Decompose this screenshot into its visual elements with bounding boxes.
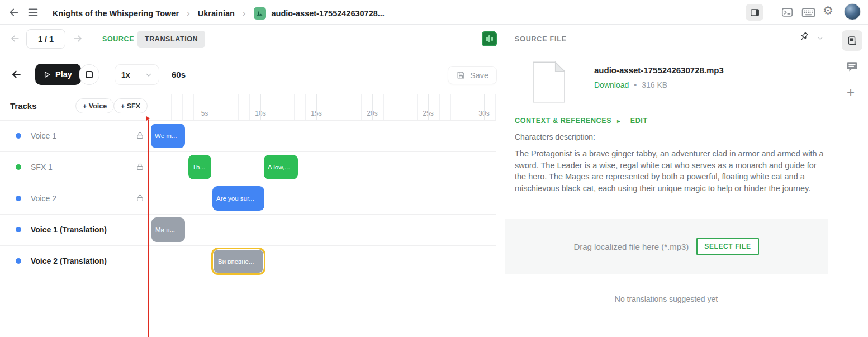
track-label[interactable]: Voice 1 <box>31 131 56 140</box>
divider <box>0 183 496 183</box>
ruler-gridline <box>182 94 183 120</box>
stop-button[interactable] <box>79 64 99 85</box>
ruler-gridline <box>395 94 395 120</box>
divider <box>0 214 496 215</box>
audio-clip-selected[interactable]: Ви впевне... <box>211 248 265 275</box>
page-prev-icon[interactable] <box>9 33 21 44</box>
lock-icon[interactable] <box>136 131 144 140</box>
audio-clip[interactable]: A low,... <box>264 155 298 179</box>
ruler-gridline <box>238 94 239 120</box>
audio-clip[interactable]: Th... <box>188 155 211 179</box>
terminal-icon[interactable] <box>781 6 794 18</box>
save-button[interactable]: Save <box>448 66 497 84</box>
ruler-gridline <box>272 94 272 120</box>
ruler-gridline <box>339 94 339 120</box>
media-panel-tab[interactable] <box>842 30 862 51</box>
meta-separator: • <box>634 80 637 89</box>
back-icon[interactable] <box>7 6 21 19</box>
breadcrumb-asset[interactable]: audio-asset-1755242630728... <box>272 9 385 18</box>
ruler-gridline <box>473 94 473 120</box>
ruler-gridline <box>361 94 362 120</box>
track-label[interactable]: SFX 1 <box>31 163 53 172</box>
divider <box>0 91 496 91</box>
lock-icon[interactable] <box>136 163 144 171</box>
ruler-gridline <box>417 94 418 120</box>
ruler-gridline <box>484 94 485 120</box>
ruler-gridline <box>350 94 350 120</box>
file-document-icon <box>533 61 565 105</box>
ruler-gridline <box>462 94 462 120</box>
comments-icon[interactable] <box>846 60 858 73</box>
ruler-gridline <box>450 94 451 120</box>
add-voice-track-button[interactable]: + Voice <box>75 98 114 113</box>
keyboard-icon[interactable] <box>801 7 815 18</box>
timeline-ruler[interactable]: 5s 10s 15s 20s 25s 30s <box>148 94 496 120</box>
lock-icon[interactable] <box>136 194 144 202</box>
ruler-gridline <box>260 94 261 120</box>
asset-thumbnail-icon <box>254 7 266 20</box>
ruler-gridline <box>305 94 306 120</box>
tab-source[interactable]: SOURCE <box>95 31 141 48</box>
tracks-panel-title: Tracks <box>10 101 37 111</box>
ruler-gridline <box>216 94 216 120</box>
context-arrow-icon: ▸ <box>617 118 620 124</box>
ruler-gridline <box>205 94 205 120</box>
download-link[interactable]: Download <box>594 80 629 89</box>
dropzone-hint: Drag localized file here (*.mp3) <box>573 242 689 251</box>
divider <box>0 277 496 277</box>
context-references-link[interactable]: CONTEXT & REFERENCES <box>515 117 611 125</box>
user-avatar[interactable] <box>844 3 861 20</box>
track-label[interactable]: Voice 2 <box>31 194 56 203</box>
panel-layout-toggle[interactable] <box>746 4 763 21</box>
breadcrumb-language[interactable]: Ukrainian <box>198 9 235 18</box>
breadcrumb-project[interactable]: Knights of the Whispering Tower <box>53 9 179 18</box>
rewind-to-start-icon[interactable] <box>10 68 23 80</box>
add-sfx-track-button[interactable]: + SFX <box>113 98 148 113</box>
audio-clip[interactable]: Are you sur... <box>212 186 264 211</box>
localized-file-dropzone[interactable]: Drag localized file here (*.mp3) SELECT … <box>505 219 828 274</box>
ruler-gridline <box>227 94 227 120</box>
audio-clip[interactable]: We m... <box>151 124 185 148</box>
tab-translation[interactable]: TRANSLATION <box>137 31 205 48</box>
playhead[interactable] <box>148 120 149 337</box>
page-next-icon[interactable] <box>72 33 84 44</box>
ruler-gridline <box>328 94 328 120</box>
file-size: 316 KB <box>642 80 667 89</box>
audio-file-icon <box>847 35 858 46</box>
track-color-dot <box>16 227 21 232</box>
page-indicator[interactable]: 1 / 1 <box>26 29 65 49</box>
description-heading: Characters description: <box>515 132 595 141</box>
ruler-gridline <box>171 94 172 120</box>
divider <box>0 245 496 246</box>
breadcrumb: Knights of the Whispering Tower › Ukrain… <box>53 7 385 20</box>
save-icon <box>456 70 466 80</box>
select-file-button[interactable]: SELECT FILE <box>696 238 758 255</box>
play-button[interactable]: Play <box>35 64 81 85</box>
ruler-gridline <box>249 94 250 120</box>
source-file-panel-title: SOURCE FILE <box>515 35 567 43</box>
ruler-gridline <box>383 94 384 120</box>
settings-gear-icon[interactable]: ⚙ <box>823 5 833 17</box>
track-color-dot <box>16 258 21 264</box>
ruler-gridline <box>439 94 440 120</box>
play-button-label: Play <box>55 70 72 79</box>
track-color-dot <box>16 133 21 139</box>
file-name: audio-asset-1755242630728.mp3 <box>594 65 724 75</box>
timeline-duration: 60s <box>172 70 186 79</box>
hamburger-menu-icon[interactable] <box>26 6 40 18</box>
ruler-gridline <box>406 94 406 120</box>
chevron-down-icon <box>145 71 153 79</box>
playback-speed-select[interactable]: 1x <box>115 64 159 85</box>
add-panel-icon[interactable]: + <box>847 86 855 99</box>
ruler-gridline <box>495 94 496 120</box>
track-label[interactable]: Voice 2 (Translation) <box>31 257 107 265</box>
edit-link[interactable]: EDIT <box>630 117 648 125</box>
track-label[interactable]: Voice 1 (Translation) <box>31 225 107 234</box>
pin-icon[interactable] <box>798 31 809 42</box>
divider <box>0 151 496 152</box>
app-window: Knights of the Whispering Tower › Ukrain… <box>0 0 868 337</box>
audio-badge-icon[interactable] <box>482 31 497 46</box>
description-text: The Protagonist is a brave ginger tabby,… <box>515 148 829 194</box>
audio-clip[interactable]: Ми п... <box>151 217 185 242</box>
collapse-chevron-icon[interactable] <box>817 35 824 42</box>
